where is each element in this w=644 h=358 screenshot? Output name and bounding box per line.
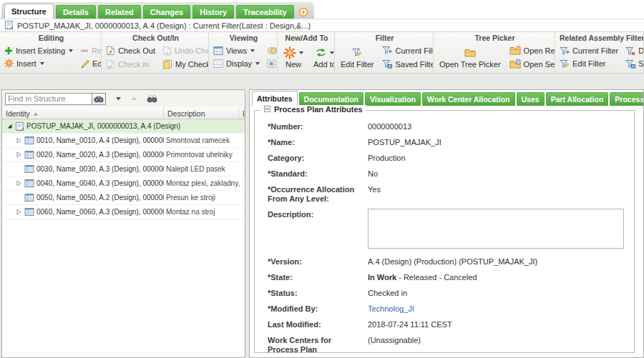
find-previous-button[interactable] bbox=[131, 96, 137, 101]
expander-icon[interactable] bbox=[15, 137, 22, 144]
dropdown-caret-icon bbox=[255, 62, 260, 65]
funnel-edit-icon bbox=[560, 59, 570, 69]
sort-asc-icon bbox=[33, 111, 39, 116]
tree-row[interactable]: POSTUP_MAJAK_JI, 0000000013, A.4 (Design… bbox=[2, 119, 245, 134]
exp-closed-icon bbox=[16, 180, 22, 187]
field-label: *Occurrence Allocation From Any Level: bbox=[268, 185, 368, 204]
column-header-description[interactable]: Description bbox=[164, 107, 239, 119]
tree-row[interactable]: 0020, Name_0020, A.3 (Design), 000000004… bbox=[2, 148, 245, 162]
find-in-structure-input[interactable] bbox=[5, 93, 92, 105]
tab-traceability[interactable]: Traceability bbox=[236, 5, 294, 19]
tree-row[interactable]: 0040, Name_0040, A.3 (Design), 000000004… bbox=[2, 176, 245, 191]
new-button[interactable]: New bbox=[282, 46, 305, 69]
field-label: Description: bbox=[268, 210, 368, 219]
button-label: Edit Filter bbox=[341, 60, 374, 69]
description-textarea[interactable] bbox=[368, 209, 624, 249]
tab-documentation[interactable]: Documentation bbox=[299, 92, 364, 106]
saved-filters-button[interactable]: Saved Filters bbox=[382, 59, 434, 69]
tab-visualization[interactable]: Visualization bbox=[365, 92, 421, 106]
tree-item-identity: 0010, Name_0010, A.4 (Design), 000000004… bbox=[36, 136, 164, 144]
funnel-saved-icon bbox=[382, 59, 392, 69]
dropdown-caret-icon bbox=[330, 51, 334, 54]
disable-path-filter-button[interactable]: Disable Path Filter bbox=[625, 46, 644, 56]
cube-dashed-icon bbox=[267, 59, 276, 68]
ribbon-toolbar: EditingInsert ExistingRemoveInsertEditCh… bbox=[0, 32, 644, 74]
exp-closed-icon bbox=[16, 209, 22, 215]
expander-icon[interactable] bbox=[15, 209, 22, 215]
field-label: *Status: bbox=[268, 289, 368, 298]
open-related-part-button[interactable]: Open Related Part bbox=[509, 46, 555, 55]
ra-saved-filters-button[interactable]: Saved Filters bbox=[625, 59, 644, 69]
field-work-centers-for-process-plan-localization: Work Centers for Process Plan Localizati… bbox=[268, 336, 627, 352]
check-in-button[interactable]: Check In bbox=[106, 59, 155, 69]
column-header-l[interactable]: L bbox=[239, 107, 245, 119]
dropdown-caret-icon bbox=[40, 62, 44, 65]
current-filter-button[interactable]: Current Filter bbox=[382, 46, 434, 55]
insert-button[interactable]: Insert bbox=[4, 59, 73, 68]
tree-row[interactable]: 0030, Name_0030, A.3 (Design), 000000006… bbox=[2, 162, 245, 176]
expander-icon[interactable] bbox=[6, 123, 13, 129]
add-view-button[interactable] bbox=[296, 5, 311, 19]
field-value: Checked in bbox=[368, 289, 627, 298]
ra-edit-filter-button[interactable]: Edit Filter bbox=[560, 59, 618, 69]
tab-attributes[interactable]: Attributes bbox=[252, 91, 298, 106]
field-label: *State: bbox=[268, 273, 368, 282]
plus-green-icon bbox=[4, 46, 13, 55]
field-value: 0000000013 bbox=[368, 122, 627, 131]
undo-checkout-button[interactable]: Undo Checkout bbox=[162, 46, 209, 56]
ribbon-section-filter: FilterEdit FilterCurrent FilterSaved Fil… bbox=[335, 32, 434, 73]
views-button[interactable]: Views bbox=[213, 46, 260, 55]
field-modified-by: *Modified By:Technolog_JI bbox=[268, 304, 627, 314]
button-label: Remove bbox=[92, 46, 102, 55]
tree-column-header[interactable]: IdentityDescriptionL bbox=[2, 107, 245, 119]
pencil-icon bbox=[80, 59, 89, 68]
remove-button[interactable]: Remove bbox=[80, 46, 102, 55]
tab-history[interactable]: History bbox=[192, 5, 234, 19]
op-item-icon bbox=[24, 136, 34, 144]
tab-structure[interactable]: Structure bbox=[4, 4, 54, 19]
tab-details[interactable]: Details bbox=[56, 5, 96, 19]
ra-current-filter-button[interactable]: Current Filter bbox=[560, 46, 618, 56]
button-label: Saved Filters bbox=[638, 59, 644, 68]
field-label: Last Modified: bbox=[268, 320, 368, 329]
minus-red-icon bbox=[80, 46, 89, 55]
selection-display-button[interactable] bbox=[267, 59, 278, 68]
find-button[interactable] bbox=[92, 93, 106, 105]
tab-processing-resources[interactable]: Processing Resources bbox=[610, 92, 643, 106]
exp-closed-icon bbox=[16, 151, 22, 158]
check-out-button[interactable]: Check Out bbox=[106, 46, 155, 56]
binoculars-all-icon bbox=[147, 94, 157, 103]
page-undo-icon bbox=[162, 46, 172, 56]
my-checkouts-button[interactable]: My Checkouts bbox=[162, 59, 209, 69]
column-header-identity[interactable]: Identity bbox=[2, 107, 164, 119]
edit-filter-button[interactable]: Edit Filter bbox=[339, 46, 375, 69]
find-all-button[interactable] bbox=[147, 94, 157, 103]
expander-icon[interactable] bbox=[15, 151, 22, 158]
dropdown-caret-icon bbox=[250, 49, 255, 52]
tab-related[interactable]: Related bbox=[98, 5, 141, 19]
tree-row[interactable]: 0050, Name_0050, A.2 (Design), 000000004… bbox=[2, 191, 245, 205]
op-item-icon bbox=[24, 208, 34, 216]
button-label: Views bbox=[226, 46, 247, 55]
tab-work-center-allocation[interactable]: Work Center Allocation bbox=[422, 92, 515, 106]
find-next-button[interactable] bbox=[115, 96, 122, 101]
tree-row[interactable]: 0060, Name_0060, A.3 (Design), 000000004… bbox=[2, 205, 245, 219]
open-tree-picker-button[interactable]: Open Tree Picker bbox=[438, 46, 502, 69]
modified-by-link[interactable]: Technolog_JI bbox=[368, 304, 414, 313]
tab-uses[interactable]: Uses bbox=[517, 92, 545, 106]
expander-icon[interactable] bbox=[15, 180, 22, 187]
tab-changes[interactable]: Changes bbox=[143, 5, 190, 19]
edit-button[interactable]: Edit bbox=[80, 59, 102, 68]
insert-existing-button[interactable]: Insert Existing bbox=[4, 46, 73, 55]
shaded-view-button[interactable] bbox=[267, 46, 278, 55]
button-label: Open Related Part bbox=[524, 46, 555, 55]
display-button[interactable]: Display bbox=[213, 59, 260, 68]
open-selected-button[interactable]: Open Selected bbox=[509, 59, 555, 69]
ribbon-section-new-add-to: New/Add ToNewAdd to bbox=[278, 32, 335, 73]
column-header-label: Description bbox=[167, 109, 205, 118]
arrows-green-icon bbox=[315, 48, 327, 57]
tree-row[interactable]: 0010, Name_0010, A.4 (Design), 000000004… bbox=[2, 134, 245, 148]
tree-item-identity: POSTUP_MAJAK_JI, 0000000013, A.4 (Design… bbox=[26, 122, 180, 130]
add-to-button[interactable]: Add to bbox=[312, 46, 335, 69]
tab-part-allocation[interactable]: Part Allocation bbox=[546, 92, 609, 106]
